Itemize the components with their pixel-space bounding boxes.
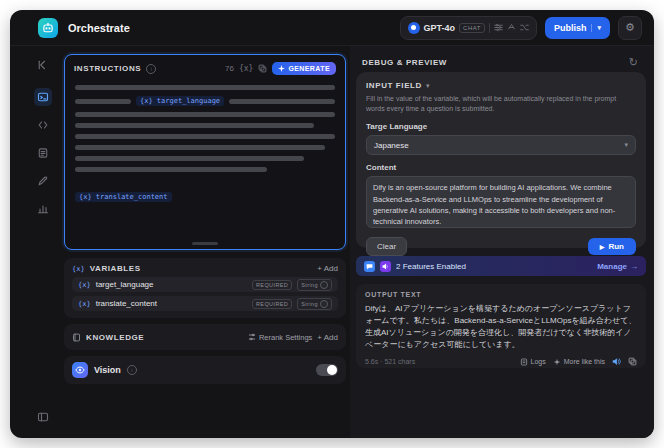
sliders-icon [248, 333, 256, 341]
copy-icon[interactable] [258, 64, 267, 73]
collapse-sidebar-icon[interactable] [34, 56, 52, 74]
clear-button[interactable]: Clear [366, 237, 407, 256]
info-icon: i [146, 64, 156, 74]
skeleton-line [75, 85, 335, 90]
model-mode-badge: CHAT [459, 23, 485, 33]
toggle-knob [327, 365, 337, 375]
logs-button[interactable]: Logs [520, 358, 546, 366]
features-bar[interactable]: 2 Features Enabled Manage → [356, 256, 646, 276]
selected-value: Japanese [374, 141, 409, 150]
skeleton-line [75, 123, 314, 128]
required-badge: REQUIRED [252, 299, 292, 309]
manage-features-button[interactable]: Manage → [597, 262, 638, 271]
sidebar-item-api[interactable] [34, 116, 52, 134]
sidebar-item-orchestrate[interactable] [34, 88, 52, 106]
model-tune-icon[interactable] [507, 23, 516, 32]
skeleton-line [75, 167, 267, 172]
required-badge: REQUIRED [252, 280, 292, 290]
debug-title: DEBUG & PREVIEW [362, 58, 447, 67]
add-variable-button[interactable]: + Add [317, 264, 338, 273]
knowledge-title: KNOWLEDGE [86, 333, 144, 342]
braces-icon: {x} [78, 281, 91, 289]
target-language-label: Targe Language [366, 122, 636, 131]
generate-button[interactable]: GENERATE [272, 62, 336, 75]
instructions-header: INSTRUCTIONS i 76 {x} GENERATE [65, 55, 345, 79]
variable-token[interactable]: {x} target_language [136, 96, 224, 106]
model-selector[interactable]: GPT-4o CHAT [400, 16, 537, 40]
settings-button[interactable]: ⚙ [618, 16, 642, 40]
info-icon: i [320, 300, 328, 308]
variable-name: translate_content [96, 299, 157, 308]
spacer [75, 178, 335, 186]
model-shuffle-icon[interactable] [520, 23, 529, 32]
skeleton-line [229, 99, 335, 104]
sparkle-icon [553, 358, 561, 366]
logs-label: Logs [531, 358, 546, 365]
vision-label: Vision [94, 365, 121, 375]
text-to-speech-icon [380, 261, 391, 272]
run-button[interactable]: ▶ Run [588, 238, 636, 255]
speaker-icon[interactable] [612, 357, 621, 366]
vision-icon [72, 362, 88, 378]
variables-header: {x} VARIABLES + Add [72, 264, 338, 273]
manage-label: Manage [597, 262, 627, 271]
run-label: Run [608, 242, 624, 251]
type-badge: String i [297, 298, 332, 310]
chevron-down-icon[interactable]: ▾ [591, 24, 601, 32]
knowledge-panel: KNOWLEDGE Rerank Settings + Add [64, 324, 346, 350]
variables-panel: {x} VARIABLES + Add {x} target_language … [64, 258, 346, 318]
chevron-down-icon[interactable]: ▾ [426, 82, 430, 90]
sidebar-item-monitoring[interactable] [34, 200, 52, 218]
generate-label: GENERATE [288, 65, 330, 72]
target-language-select[interactable]: Japanese ▾ [366, 135, 636, 155]
sparkle-icon [278, 65, 285, 72]
input-field-title: INPUT FIELD [366, 81, 422, 90]
sidebar-item-logs[interactable] [34, 144, 52, 162]
refresh-icon[interactable]: ↻ [629, 56, 638, 69]
more-like-this-button[interactable]: More like this [553, 358, 605, 366]
features-enabled-text: 2 Features Enabled [396, 262, 466, 271]
variables-icon: {x} [72, 265, 85, 273]
page-title: Orchestrate [68, 22, 130, 34]
type-badge: String i [297, 279, 332, 291]
variables-title: VARIABLES [90, 264, 141, 273]
prompt-line-with-variable: {x} translate_content [75, 192, 335, 202]
model-params-icon[interactable] [494, 23, 503, 32]
input-field-description: Fill in the value of the variable, which… [366, 94, 636, 114]
scrollbar-hint[interactable] [192, 242, 218, 245]
variable-row[interactable]: {x} target_language REQUIRED String i [72, 277, 338, 292]
input-card-footer: Clear ▶ Run [366, 237, 636, 256]
input-field-card: INPUT FIELD ▾ Fill in the value of the v… [356, 72, 646, 248]
publish-button[interactable]: Publish ▾ [545, 17, 610, 39]
info-icon: i [320, 281, 328, 289]
insert-variable-icon[interactable]: {x} [239, 64, 253, 73]
layout-toggle-icon[interactable] [34, 408, 52, 426]
prompt-text-skeleton[interactable]: {x} target_language {x} translate_conten… [65, 79, 345, 202]
chevron-down-icon: ▾ [624, 141, 628, 149]
variable-name: target_language [96, 280, 154, 289]
top-bar: Orchestrate GPT-4o CHAT [10, 10, 654, 46]
output-meta: 5.6s · 521 chars [365, 358, 415, 365]
dify-logo-icon[interactable] [38, 18, 58, 38]
debug-header: DEBUG & PREVIEW ↻ [362, 56, 638, 69]
conversation-opener-icon [364, 261, 375, 272]
skeleton-line [75, 112, 335, 117]
vision-panel: Vision i [64, 356, 346, 384]
output-panel: OUTPUT TEXT Difyは、AIアプリケーションを構築するためのオープン… [356, 284, 646, 368]
rerank-settings-button[interactable]: Rerank Settings [248, 333, 312, 342]
output-text: Difyは、AIアプリケーションを構築するためのオープンソースプラットフォームで… [365, 303, 637, 351]
add-knowledge-button[interactable]: + Add [317, 333, 338, 342]
vision-toggle[interactable] [316, 364, 338, 376]
knowledge-icon [72, 333, 81, 342]
input-field-header[interactable]: INPUT FIELD ▾ [366, 81, 636, 90]
copy-icon[interactable] [628, 357, 637, 366]
gear-icon: ⚙ [625, 21, 635, 34]
content-textarea[interactable]: Dify is an open-source platform for buil… [366, 176, 636, 228]
variable-row[interactable]: {x} translate_content REQUIRED String i [72, 296, 338, 311]
type-label: String [301, 282, 318, 288]
output-footer: 5.6s · 521 chars Logs More like this [365, 357, 637, 366]
instructions-panel[interactable]: INSTRUCTIONS i 76 {x} GENERATE {x} targe… [64, 54, 346, 250]
variable-token[interactable]: {x} translate_content [75, 192, 172, 202]
sidebar-item-annotations[interactable] [34, 172, 52, 190]
skeleton-line [75, 156, 304, 161]
